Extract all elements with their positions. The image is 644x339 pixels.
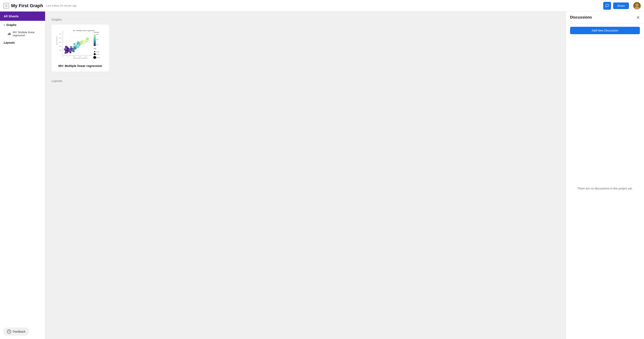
svg-point-40 — [74, 47, 76, 50]
sidebar: All Sheets ▾ Graphs MV: Multiple linear … — [0, 12, 45, 339]
discussion-header: Discussions ✕ — [566, 12, 644, 24]
main-layout: All Sheets ▾ Graphs MV: Multiple linear … — [0, 12, 644, 339]
discussion-title: Discussions — [570, 15, 592, 20]
svg-point-26 — [64, 52, 66, 54]
chart-icon-svg — [8, 32, 11, 35]
svg-rect-57 — [94, 34, 96, 46]
svg-point-53 — [85, 40, 88, 43]
header-divider — [631, 3, 631, 9]
svg-text:10: 10 — [74, 56, 75, 57]
svg-text:300: 300 — [96, 34, 98, 35]
svg-rect-3 — [8, 34, 8, 35]
sidebar-item-label: MV: Multiple linear regression — [13, 31, 42, 37]
graphs-section-label: Graphs — [52, 18, 560, 21]
page-title: My First Graph — [11, 3, 43, 8]
discussion-empty-text: There are no discussions in this project… — [577, 187, 633, 190]
close-discussion-button[interactable]: ✕ — [636, 16, 640, 20]
svg-text:Glycosylated hemoglobin %: Glycosylated hemoglobin % — [73, 58, 88, 59]
back-button[interactable]: ‹ — [3, 3, 9, 9]
svg-point-46 — [76, 46, 79, 48]
svg-text:400: 400 — [59, 38, 62, 39]
avatar — [633, 2, 641, 10]
svg-point-38 — [70, 46, 72, 48]
bar-chart-icon — [8, 32, 11, 36]
svg-point-1 — [636, 4, 638, 6]
svg-text:120.00: 120.00 — [96, 57, 100, 58]
header-actions: Share — [603, 2, 641, 10]
svg-text:12.00: 12.00 — [96, 51, 99, 52]
layouts-section: Layouts — [52, 79, 560, 82]
svg-text:100: 100 — [96, 44, 98, 45]
discussion-panel: Discussions ✕ Add New Discussion There a… — [566, 12, 644, 339]
svg-point-33 — [65, 46, 68, 48]
svg-point-32 — [64, 48, 66, 50]
svg-point-42 — [73, 43, 76, 45]
sidebar-item-mv-regression[interactable]: MV: Multiple linear regression — [0, 29, 45, 38]
content-area: Graphs MV: Multiple linear regression To… — [45, 12, 566, 339]
chat-button[interactable] — [603, 2, 611, 10]
last-edited-label: Last edited 30 minute ago — [46, 4, 603, 7]
svg-point-31 — [70, 51, 72, 53]
question-icon: ? — [7, 330, 11, 334]
feedback-label: Feedback — [13, 330, 25, 333]
scatter-chart: MV: Multiple linear regression Total cho… — [56, 29, 105, 62]
svg-point-64 — [94, 53, 96, 55]
layouts-section-header[interactable]: Layouts — [0, 38, 45, 47]
discussion-empty-state: There are no discussions in this project… — [566, 38, 644, 339]
feedback-button[interactable]: ? Feedback — [3, 328, 29, 336]
svg-text:20: 20 — [85, 56, 86, 57]
all-sheets-button[interactable]: All Sheets — [0, 12, 45, 21]
graphs-section-header[interactable]: ▾ Graphs — [0, 21, 45, 29]
svg-text:Glucose: Glucose — [94, 32, 99, 33]
svg-text:HDL: HDL — [94, 48, 96, 50]
graph-card-title: MV: Multiple linear regression — [56, 64, 105, 68]
graphs-section-label: Graphs — [6, 23, 16, 26]
share-button[interactable]: Share — [613, 2, 629, 9]
svg-text:200: 200 — [59, 46, 62, 47]
svg-point-55 — [88, 40, 90, 42]
svg-rect-4 — [9, 33, 9, 35]
svg-text:Total cholesterol: Total cholesterol — [56, 36, 58, 45]
svg-text:MV: Multiple linear regression: MV: Multiple linear regression — [73, 30, 95, 32]
svg-text:500: 500 — [59, 33, 62, 34]
chevron-down-icon: ▾ — [4, 24, 5, 26]
svg-text:37.95: 37.95 — [96, 54, 99, 55]
svg-point-37 — [73, 50, 75, 52]
layouts-section-label: Layouts — [52, 79, 560, 82]
chart-container: MV: Multiple linear regression Total cho… — [56, 29, 105, 62]
discussion-actions: Add New Discussion — [566, 24, 644, 38]
svg-rect-6 — [10, 33, 11, 35]
app-header: ‹ My First Graph Last edited 30 minute a… — [0, 0, 644, 12]
add-discussion-button[interactable]: Add New Discussion — [570, 27, 640, 34]
layouts-label: Layouts — [4, 41, 15, 44]
svg-rect-5 — [10, 32, 10, 35]
sidebar-footer: ? Feedback — [0, 324, 45, 339]
svg-text:15: 15 — [79, 56, 81, 57]
graph-card[interactable]: MV: Multiple linear regression Total cho… — [52, 24, 109, 72]
graphs-section: ▾ Graphs MV: Multiple linear regression — [0, 21, 45, 38]
svg-point-62 — [94, 51, 95, 52]
chat-icon — [605, 4, 609, 8]
svg-text:100: 100 — [59, 50, 62, 51]
svg-point-66 — [93, 56, 96, 59]
svg-text:300: 300 — [59, 42, 62, 43]
svg-text:200: 200 — [96, 39, 98, 40]
avatar-image — [633, 2, 641, 10]
